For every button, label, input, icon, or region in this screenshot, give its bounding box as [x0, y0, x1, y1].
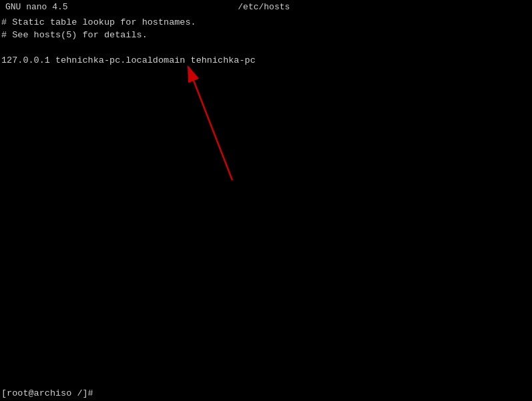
nano-filename-label: /etc/hosts — [68, 2, 460, 12]
terminal-window: GNU nano 4.5 /etc/hosts # Static table l… — [0, 0, 532, 401]
content-line-2: # See hosts(5) for details. — [1, 29, 531, 41]
editor-content: # Static table lookup for hostnames. # S… — [0, 13, 532, 68]
nano-header: GNU nano 4.5 /etc/hosts — [0, 0, 532, 13]
terminal-prompt[interactable]: [root@archiso /]# — [1, 388, 99, 398]
nano-version-label: GNU nano 4.5 — [5, 2, 68, 12]
content-line-3 — [1, 41, 531, 54]
svg-line-1 — [188, 67, 232, 180]
content-line-4: 127.0.0.1 tehnichka-pc.localdomain tehni… — [1, 54, 531, 67]
content-line-1: # Static table lookup for hostnames. — [1, 16, 531, 29]
